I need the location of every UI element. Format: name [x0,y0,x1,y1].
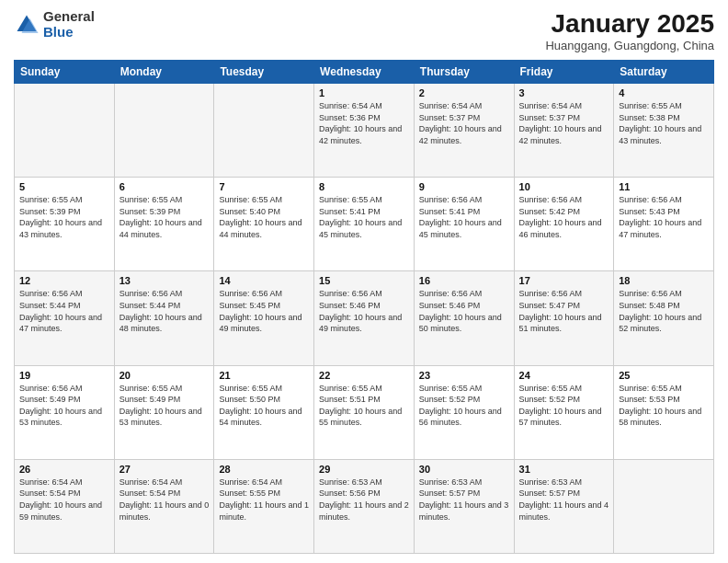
cell-3-0: 19Sunrise: 6:56 AM Sunset: 5:49 PM Dayli… [15,365,115,459]
day-content: Sunrise: 6:55 AM Sunset: 5:40 PM Dayligh… [219,194,309,240]
cell-3-3: 22Sunrise: 6:55 AM Sunset: 5:51 PM Dayli… [314,365,415,459]
cell-1-1: 6Sunrise: 6:55 AM Sunset: 5:39 PM Daylig… [114,178,214,271]
cell-4-5: 31Sunrise: 6:53 AM Sunset: 5:57 PM Dayli… [514,459,614,553]
day-content: Sunrise: 6:53 AM Sunset: 5:57 PM Dayligh… [519,477,609,523]
day-number: 25 [619,370,709,381]
page: General Blue January 2025 Huanggang, Gua… [0,0,728,563]
cell-1-2: 7Sunrise: 6:55 AM Sunset: 5:40 PM Daylig… [214,178,314,271]
cell-4-2: 28Sunrise: 6:54 AM Sunset: 5:55 PM Dayli… [214,459,314,553]
cell-0-1 [114,84,214,178]
month-title: January 2025 [545,9,714,39]
logo: General Blue [14,9,95,40]
day-content: Sunrise: 6:56 AM Sunset: 5:48 PM Dayligh… [619,288,709,334]
col-wednesday: Wednesday [314,61,415,84]
cell-4-0: 26Sunrise: 6:54 AM Sunset: 5:54 PM Dayli… [15,459,115,553]
day-content: Sunrise: 6:56 AM Sunset: 5:46 PM Dayligh… [319,288,409,334]
col-thursday: Thursday [414,61,514,84]
day-number: 30 [419,464,509,475]
day-content: Sunrise: 6:56 AM Sunset: 5:41 PM Dayligh… [419,194,509,240]
day-content: Sunrise: 6:54 AM Sunset: 5:54 PM Dayligh… [19,477,109,523]
cell-4-6 [614,459,714,553]
day-number: 20 [119,370,210,381]
day-number: 9 [419,181,509,192]
day-content: Sunrise: 6:54 AM Sunset: 5:37 PM Dayligh… [419,100,509,146]
day-number: 5 [19,181,109,192]
logo-blue-text: Blue [43,25,95,40]
day-number: 7 [219,181,309,192]
day-number: 16 [419,275,509,286]
day-number: 18 [619,275,709,286]
day-number: 31 [519,464,609,475]
day-content: Sunrise: 6:56 AM Sunset: 5:44 PM Dayligh… [119,288,210,334]
day-content: Sunrise: 6:54 AM Sunset: 5:55 PM Dayligh… [219,477,309,523]
header-row: Sunday Monday Tuesday Wednesday Thursday… [15,61,714,84]
day-number: 27 [119,464,210,475]
day-content: Sunrise: 6:54 AM Sunset: 5:54 PM Dayligh… [119,477,210,523]
day-number: 11 [619,181,709,192]
day-content: Sunrise: 6:55 AM Sunset: 5:49 PM Dayligh… [119,383,210,429]
day-content: Sunrise: 6:55 AM Sunset: 5:50 PM Dayligh… [219,383,309,429]
day-number: 24 [519,370,609,381]
cell-0-6: 4Sunrise: 6:55 AM Sunset: 5:38 PM Daylig… [614,84,714,178]
day-number: 28 [219,464,309,475]
cell-1-3: 8Sunrise: 6:55 AM Sunset: 5:41 PM Daylig… [314,178,415,271]
week-row-1: 1Sunrise: 6:54 AM Sunset: 5:36 PM Daylig… [15,84,714,178]
day-content: Sunrise: 6:53 AM Sunset: 5:56 PM Dayligh… [319,477,409,523]
cell-1-0: 5Sunrise: 6:55 AM Sunset: 5:39 PM Daylig… [15,178,115,271]
day-number: 17 [519,275,609,286]
cell-1-5: 10Sunrise: 6:56 AM Sunset: 5:42 PM Dayli… [514,178,614,271]
day-number: 14 [219,275,309,286]
cell-2-3: 15Sunrise: 6:56 AM Sunset: 5:46 PM Dayli… [314,271,415,365]
day-number: 26 [19,464,109,475]
cell-3-4: 23Sunrise: 6:55 AM Sunset: 5:52 PM Dayli… [414,365,514,459]
cell-1-6: 11Sunrise: 6:56 AM Sunset: 5:43 PM Dayli… [614,178,714,271]
day-number: 22 [319,370,409,381]
day-content: Sunrise: 6:55 AM Sunset: 5:53 PM Dayligh… [619,383,709,429]
header: General Blue January 2025 Huanggang, Gua… [14,9,714,52]
cell-0-3: 1Sunrise: 6:54 AM Sunset: 5:36 PM Daylig… [314,84,415,178]
day-content: Sunrise: 6:53 AM Sunset: 5:57 PM Dayligh… [419,477,509,523]
calendar-table: Sunday Monday Tuesday Wednesday Thursday… [14,60,714,554]
day-content: Sunrise: 6:56 AM Sunset: 5:43 PM Dayligh… [619,194,709,240]
col-saturday: Saturday [614,61,714,84]
cell-2-4: 16Sunrise: 6:56 AM Sunset: 5:46 PM Dayli… [414,271,514,365]
cell-2-2: 14Sunrise: 6:56 AM Sunset: 5:45 PM Dayli… [214,271,314,365]
cell-4-4: 30Sunrise: 6:53 AM Sunset: 5:57 PM Dayli… [414,459,514,553]
day-number: 10 [519,181,609,192]
cell-0-5: 3Sunrise: 6:54 AM Sunset: 5:37 PM Daylig… [514,84,614,178]
day-content: Sunrise: 6:55 AM Sunset: 5:52 PM Dayligh… [419,383,509,429]
col-tuesday: Tuesday [214,61,314,84]
cell-2-1: 13Sunrise: 6:56 AM Sunset: 5:44 PM Dayli… [114,271,214,365]
day-content: Sunrise: 6:56 AM Sunset: 5:45 PM Dayligh… [219,288,309,334]
col-friday: Friday [514,61,614,84]
day-content: Sunrise: 6:54 AM Sunset: 5:36 PM Dayligh… [319,100,409,146]
cell-2-6: 18Sunrise: 6:56 AM Sunset: 5:48 PM Dayli… [614,271,714,365]
day-content: Sunrise: 6:55 AM Sunset: 5:41 PM Dayligh… [319,194,409,240]
week-row-5: 26Sunrise: 6:54 AM Sunset: 5:54 PM Dayli… [15,459,714,553]
col-sunday: Sunday [15,61,115,84]
day-number: 6 [119,181,210,192]
day-number: 13 [119,275,210,286]
week-row-3: 12Sunrise: 6:56 AM Sunset: 5:44 PM Dayli… [15,271,714,365]
day-number: 1 [319,87,409,98]
col-monday: Monday [114,61,214,84]
cell-4-1: 27Sunrise: 6:54 AM Sunset: 5:54 PM Dayli… [114,459,214,553]
location-text: Huanggang, Guangdong, China [545,39,714,52]
day-content: Sunrise: 6:55 AM Sunset: 5:51 PM Dayligh… [319,383,409,429]
day-number: 19 [19,370,109,381]
day-content: Sunrise: 6:56 AM Sunset: 5:47 PM Dayligh… [519,288,609,334]
title-block: January 2025 Huanggang, Guangdong, China [545,9,714,52]
cell-0-0 [15,84,115,178]
day-number: 3 [519,87,609,98]
day-content: Sunrise: 6:55 AM Sunset: 5:38 PM Dayligh… [619,100,709,146]
day-number: 12 [19,275,109,286]
cell-2-0: 12Sunrise: 6:56 AM Sunset: 5:44 PM Dayli… [15,271,115,365]
logo-general-text: General [43,9,95,25]
day-content: Sunrise: 6:54 AM Sunset: 5:37 PM Dayligh… [519,100,609,146]
cell-3-6: 25Sunrise: 6:55 AM Sunset: 5:53 PM Dayli… [614,365,714,459]
cell-4-3: 29Sunrise: 6:53 AM Sunset: 5:56 PM Dayli… [314,459,415,553]
cell-3-2: 21Sunrise: 6:55 AM Sunset: 5:50 PM Dayli… [214,365,314,459]
day-number: 21 [219,370,309,381]
cell-0-2 [214,84,314,178]
generalblue-icon [14,12,40,38]
